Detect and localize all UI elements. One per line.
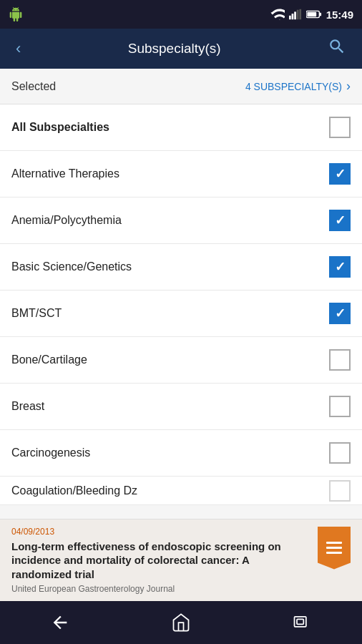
item-label-2: Anemia/Polycythemia — [11, 214, 122, 227]
list-item[interactable]: Anemia/Polycythemia — [0, 197, 362, 244]
bookmark-line-3 — [326, 552, 342, 554]
notification-date: 04/09/2013 — [11, 527, 310, 537]
notification-title: Long-term effectiveness of endoscopic sc… — [11, 540, 310, 582]
svg-rect-3 — [296, 10, 298, 20]
svg-rect-4 — [299, 9, 301, 19]
selected-label: Selected — [11, 80, 56, 93]
list-item-partial[interactable]: Coagulation/Bleeding Dz — [0, 477, 362, 505]
bookmark-lines — [326, 542, 342, 554]
list-item[interactable]: Carcinogenesis — [0, 430, 362, 477]
recent-nav-button[interactable] — [278, 607, 326, 638]
item-label-6: Breast — [11, 400, 44, 413]
list-item[interactable]: Breast — [0, 384, 362, 430]
notification-journal: United European Gastroenterology Journal — [11, 584, 310, 594]
list-item[interactable]: Alternative Therapies — [0, 151, 362, 197]
list-item[interactable]: Bone/Cartilage — [0, 337, 362, 384]
header-title: Subspecialty(s) — [128, 41, 221, 57]
selected-count-text: 4 SUBSPECIALTY(S) — [245, 81, 342, 92]
header: ‹ Subspecialty(s) — [0, 29, 362, 69]
back-button[interactable]: ‹ — [10, 36, 26, 61]
status-time: 15:49 — [326, 9, 353, 21]
item-label-4: BMT/SCT — [11, 307, 62, 320]
checkbox-2[interactable] — [329, 210, 351, 231]
selected-row[interactable]: Selected 4 SUBSPECIALTY(S) › — [0, 69, 362, 104]
item-label-0: All Subspecialties — [11, 121, 109, 134]
bookmark-line-2 — [326, 547, 342, 549]
svg-rect-9 — [297, 619, 303, 624]
item-label-7: Carcinogenesis — [11, 447, 90, 459]
subspecialty-list: All Subspecialties Alternative Therapies… — [0, 104, 362, 505]
svg-rect-7 — [307, 12, 316, 16]
bookmark-line-1 — [326, 542, 342, 544]
selected-count-container: 4 SUBSPECIALTY(S) › — [245, 79, 351, 94]
signal-icon — [289, 9, 302, 20]
notification-content: 04/09/2013 Long-term effectiveness of en… — [11, 527, 310, 595]
notification-banner[interactable]: 04/09/2013 Long-term effectiveness of en… — [0, 519, 362, 602]
status-bar-right: 15:49 — [270, 9, 353, 21]
checkbox-8[interactable] — [329, 480, 351, 502]
notification-bookmark-icon — [318, 527, 351, 570]
item-label-8: Coagulation/Bleeding Dz — [11, 484, 137, 497]
bottom-nav — [0, 601, 362, 644]
list-item[interactable]: Basic Science/Genetics — [0, 244, 362, 291]
checkbox-6[interactable] — [329, 396, 351, 417]
checkbox-3[interactable] — [329, 256, 351, 278]
svg-rect-8 — [294, 617, 305, 627]
checkbox-5[interactable] — [329, 349, 351, 371]
status-bar: 15:49 — [0, 0, 362, 29]
list-item[interactable]: All Subspecialties — [0, 104, 362, 151]
checkbox-7[interactable] — [329, 442, 351, 464]
item-label-5: Bone/Cartilage — [11, 353, 87, 366]
list-item[interactable]: BMT/SCT — [0, 291, 362, 337]
home-nav-button[interactable] — [157, 607, 205, 638]
svg-rect-2 — [294, 11, 296, 19]
android-icon — [9, 7, 23, 21]
status-bar-left — [9, 7, 23, 21]
svg-rect-1 — [291, 14, 293, 19]
chevron-right-icon: › — [346, 79, 351, 94]
item-label-1: Alternative Therapies — [11, 167, 119, 180]
checkbox-1[interactable] — [329, 163, 351, 185]
checkbox-0[interactable] — [329, 117, 351, 138]
back-nav-button[interactable] — [36, 607, 84, 638]
battery-icon — [306, 9, 322, 19]
svg-rect-6 — [319, 13, 321, 16]
item-label-3: Basic Science/Genetics — [11, 260, 132, 273]
search-button[interactable] — [322, 34, 352, 63]
checkbox-4[interactable] — [329, 303, 351, 324]
wifi-icon — [270, 9, 285, 20]
svg-rect-0 — [289, 16, 291, 19]
